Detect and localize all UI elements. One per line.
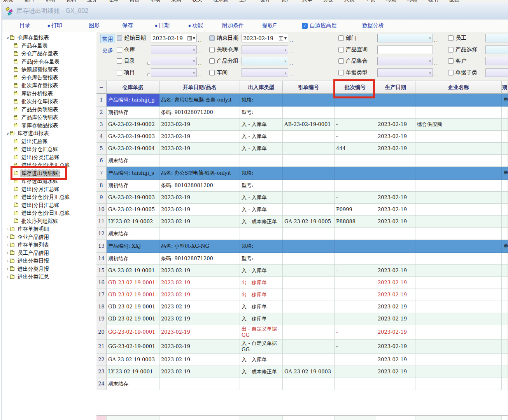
table-row[interactable]: 24期末结存 [96,378,508,390]
table-cell[interactable] [376,155,415,167]
menu-item[interactable]: 往来款 [213,0,228,3]
sidebar-item[interactable]: 分仓产品存量表 [2,50,96,58]
table-cell[interactable] [502,155,508,167]
sidebar-item[interactable]: 产品库位明细表 [2,114,96,122]
menu-item[interactable]: 窗口 [24,0,34,3]
table-cell[interactable] [283,143,335,155]
table-cell[interactable] [283,204,335,216]
table-cell[interactable] [283,155,335,167]
filter-select[interactable] [485,57,508,65]
table-cell[interactable]: 型号: [240,107,283,119]
sidebar-item[interactable]: 产品存量表 [2,42,96,50]
table-cell[interactable]: - [335,313,376,325]
table-cell[interactable]: 入 - 自定义单据GG [240,340,283,354]
table-cell[interactable]: 2023-02-19 [159,204,240,216]
table-cell[interactable] [283,289,335,301]
table-cell[interactable] [376,94,415,107]
table-corner-cell[interactable]: − [96,81,107,94]
dropdown-arrow-icon[interactable]: ▼ [193,37,195,40]
sidebar-group[interactable]: ›进出分类汇总 [2,273,96,281]
table-cell[interactable] [502,313,508,325]
ellipsis-button[interactable]: .. [198,72,202,77]
checkbox-icon[interactable] [448,70,454,75]
table-cell[interactable]: 2023-02-19 [376,340,415,354]
table-cell[interactable] [376,378,415,390]
table-cell[interactable]: 条码: 901028071200 [159,253,240,265]
table-cell[interactable]: 期末结存 [107,228,159,240]
expand-arrow-icon[interactable]: ∨ [5,131,10,136]
sidebar-group[interactable]: ›库存单据明细 [2,225,96,233]
table-cell[interactable] [502,131,508,143]
table-cell[interactable]: 2023-02-19 [376,216,415,228]
table-cell[interactable] [415,204,502,216]
table-cell[interactable] [415,228,502,240]
ellipsis-button[interactable]: .. [198,37,202,43]
menu-item[interactable]: 人员 [344,0,354,3]
table-cell[interactable] [283,131,335,143]
table-cell[interactable]: 条码: 801028081200 [159,180,240,192]
sidebar-group[interactable]: ›进出分类日报 [2,257,96,265]
table-cell[interactable] [502,204,508,216]
table-cell[interactable]: 单 [502,167,508,180]
column-header-3[interactable]: 引单编号 [283,81,335,94]
table-cell[interactable]: 2023-02-19 [159,354,240,366]
menu-item[interactable]: 办公 [323,0,333,3]
table-cell[interactable] [283,325,335,340]
filter-select[interactable]: ∨ [242,46,288,54]
calendar-icon[interactable] [187,36,192,40]
filter-date-input[interactable]: 2023-02-19▼ [242,34,288,42]
table-cell[interactable] [376,180,415,192]
table-cell[interactable]: GG-23-02-19-0001 [107,340,159,354]
toolbar-button[interactable]: 目录 [19,22,30,29]
menu-item[interactable]: 采购 [171,0,181,3]
table-cell[interactable]: 产品编码: taishiji_s [107,167,159,180]
expand-arrow-icon[interactable]: › [5,259,10,263]
table-cell[interactable] [415,378,502,390]
table-cell[interactable]: 2023-02-19 [159,277,240,289]
ellipsis-button[interactable]: .. [434,72,438,77]
table-cell[interactable] [415,192,502,204]
filter-date-input[interactable]: 2023-02-19▼ [151,34,197,42]
autofit-height-toggle[interactable]: ✓自适应高度 [302,22,337,29]
table-cell[interactable]: - [335,340,376,354]
filter-checkbox[interactable]: ✓起始日期 [117,34,146,42]
table-cell[interactable]: 期初结存 [107,107,159,119]
table-cell[interactable] [502,216,508,228]
table-cell[interactable]: LY-23-02-19-0001 [107,366,159,378]
table-cell[interactable]: 品名: 小型机-XG-NG [159,240,240,253]
table-cell[interactable] [415,289,502,301]
table-cell[interactable] [415,277,502,289]
table-row[interactable]: 3GA-23-02-19-00022023-02-19入 - 入库单AB-23-… [96,119,508,131]
table-cell[interactable]: 2023-02-19 [159,313,240,325]
table-cell[interactable] [376,107,415,119]
toolbar-button[interactable]: 保存 [122,22,133,29]
table-cell[interactable]: - [335,265,376,277]
table-cell[interactable]: - [335,366,376,378]
toolbar-button[interactable]: 附加条件 [222,22,244,29]
filter-tab-more[interactable]: 更多 [100,46,115,55]
filter-checkbox[interactable]: 产品选择 [448,46,477,54]
menu-item[interactable]: 秘书 [428,0,438,3]
table-cell[interactable] [415,131,502,143]
checkbox-icon[interactable] [117,58,122,64]
table-cell[interactable]: 2023-02-19 [376,325,415,340]
table-cell[interactable]: 2023-02-19 [159,192,240,204]
table-cell[interactable] [335,155,376,167]
sidebar-item[interactable]: 批次库存量报表 [2,82,96,90]
chevron-down-icon[interactable]: ∨ [284,59,287,63]
filter-tab-common[interactable]: 常用 [100,34,115,43]
table-cell[interactable] [502,325,508,340]
table-cell[interactable] [502,289,508,301]
filter-select[interactable] [485,46,508,54]
table-cell[interactable]: GA-23-02-19-0005 [283,216,335,228]
menu-item[interactable]: 帮助 [45,0,55,3]
sidebar-group[interactable]: ∨库存进出报表 [2,130,96,138]
table-cell[interactable] [283,378,335,390]
ellipsis-button[interactable]: .. [198,49,202,54]
chevron-down-icon[interactable]: ∨ [193,71,195,75]
table-cell[interactable] [376,253,415,265]
expand-arrow-icon[interactable]: ∨ [5,36,10,40]
menu-item[interactable]: 收支 [192,0,202,3]
chevron-down-icon[interactable]: ∨ [193,48,195,52]
table-cell[interactable]: 出 - 移库单 [240,289,283,301]
